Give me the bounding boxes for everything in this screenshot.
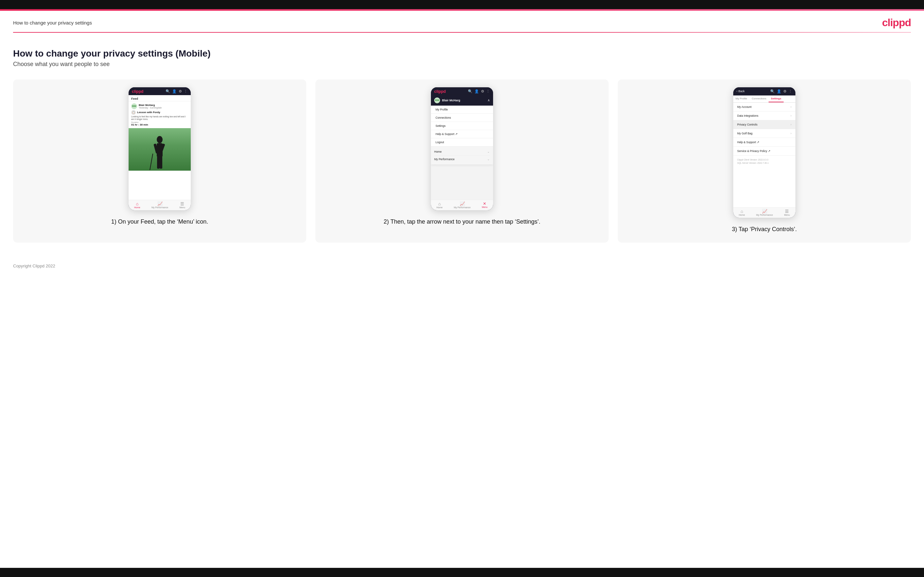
menu-item-settings[interactable]: Settings <box>431 122 493 130</box>
tab3-home[interactable]: ⌂ Home <box>739 209 745 216</box>
settings-back-bar: ‹ Back 🔍 👤 ⚙ ⋮ <box>733 87 795 95</box>
feed-user-info: Blair McHarg Yesterday · Sunningdale <box>139 104 162 109</box>
settings-item-privacy-policy[interactable]: Service & Privacy Policy ↗ <box>733 147 795 156</box>
page-subheading: Choose what you want people to see <box>13 61 911 68</box>
client-version: Clippd Client Version: 2022.8.3-3 <box>737 158 792 161</box>
bottom-bar <box>0 568 924 577</box>
phone-mockup-1: clippd 🔍 👤 ⚙ ⋮ Feed BM Blair Mc <box>129 87 191 210</box>
menu-icon: ☰ <box>180 202 184 206</box>
lesson-title: Lesson with Fordy <box>137 111 160 114</box>
phone1-body: Feed BM Blair McHarg Yesterday · Sunning… <box>129 95 191 200</box>
settings-item-privacy-controls[interactable]: Privacy Controls › <box>733 120 795 129</box>
dropdown-collapse-icon[interactable]: ∧ <box>488 98 490 102</box>
search-icon3: 🔍 <box>770 89 775 93</box>
footer: Copyright Clippd 2022 <box>0 256 924 276</box>
main-content: How to change your privacy settings (Mob… <box>0 33 924 256</box>
chevron-down-icon: ⌄ <box>487 150 490 153</box>
menu-item-help[interactable]: Help & Support ↗ <box>431 130 493 138</box>
tab-my-performance[interactable]: 📈 My Performance <box>152 202 168 209</box>
search-icon2: 🔍 <box>468 89 472 93</box>
svg-rect-5 <box>160 156 162 169</box>
step3-caption: 3) Tap ‘Privacy Controls’. <box>732 225 797 234</box>
my-account-label: My Account <box>737 105 751 108</box>
tab-menu[interactable]: ☰ Menu <box>179 202 185 209</box>
duration-value: 01 hr : 30 min <box>131 123 188 126</box>
phone1-header: clippd 🔍 👤 ⚙ ⋮ <box>129 87 191 95</box>
phone-mockup-2: clippd 🔍 👤 ⚙ ⋮ BM <box>431 87 493 210</box>
dots-icon3: ⋮ <box>788 89 792 93</box>
tab2-menu[interactable]: ✕ Menu <box>481 202 488 208</box>
settings-icon3: ⚙ <box>783 89 787 93</box>
phone1-tab-bar: ⌂ Home 📈 My Performance ☰ Menu <box>129 200 191 210</box>
dots-icon: ⋮ <box>184 89 187 93</box>
tab-menu-label: Menu <box>179 206 185 209</box>
menu-x-icon: ✕ <box>483 202 486 206</box>
settings-item-help-support[interactable]: Help & Support ↗ <box>733 138 795 147</box>
top-bar <box>0 0 924 9</box>
tab2-home-label: Home <box>436 206 443 209</box>
menu-connections-label: Connections <box>436 116 451 119</box>
dropdown-username: Blair McHarg <box>442 99 460 102</box>
person-icon3: 👤 <box>777 89 781 93</box>
menu-icon3: ☰ <box>785 209 789 213</box>
menu-item-my-profile[interactable]: My Profile <box>431 106 493 114</box>
tab2-menu-label: Menu <box>481 206 488 208</box>
tab-home[interactable]: ⌂ Home <box>134 202 141 209</box>
settings-item-my-golf-bag[interactable]: My Golf Bag › <box>733 129 795 138</box>
menu-item-logout[interactable]: Logout <box>431 138 493 147</box>
chevron-right-icon4: › <box>790 132 792 135</box>
person-icon2: 👤 <box>475 89 479 93</box>
settings-tab-settings[interactable]: Settings <box>769 95 783 102</box>
svg-rect-4 <box>157 156 160 169</box>
tab3-performance[interactable]: 📈 My Performance <box>756 209 773 216</box>
back-button[interactable]: ‹ Back <box>737 90 745 93</box>
tab3-menu[interactable]: ☰ Menu <box>784 209 790 216</box>
step-2-card: clippd 🔍 👤 ⚙ ⋮ BM <box>315 79 609 243</box>
menu-my-profile-label: My Profile <box>436 108 448 111</box>
settings-tab-my-profile[interactable]: My Profile <box>733 95 750 102</box>
menu-item-connections[interactable]: Connections <box>431 114 493 122</box>
phone1-icons: 🔍 👤 ⚙ ⋮ <box>166 89 187 93</box>
tab2-performance[interactable]: 📈 My Performance <box>454 202 470 209</box>
settings-item-my-account[interactable]: My Account › <box>733 103 795 111</box>
settings-tab-connections[interactable]: Connections <box>750 95 769 102</box>
privacy-controls-label: Privacy Controls <box>737 123 758 126</box>
menu-help-label: Help & Support ↗ <box>436 132 458 136</box>
chevron-down-icon2: ⌄ <box>487 158 490 161</box>
chevron-right-icon3: › <box>790 123 792 126</box>
settings-tabs: My Profile Connections Settings <box>733 95 795 103</box>
step1-caption: 1) On your Feed, tap the ‘Menu’ icon. <box>111 218 208 226</box>
phone2-tab-bar: ⌂ Home 📈 My Performance ✕ Menu <box>431 200 493 210</box>
steps-container: clippd 🔍 👤 ⚙ ⋮ Feed BM Blair Mc <box>13 79 911 243</box>
menu-logout-label: Logout <box>436 140 444 144</box>
phone3-icons: 🔍 👤 ⚙ ⋮ <box>770 89 792 93</box>
phone2-icons: 🔍 👤 ⚙ ⋮ <box>468 89 490 93</box>
page-heading: How to change your privacy settings (Mob… <box>13 48 911 59</box>
phone2-logo: clippd <box>434 89 446 94</box>
tab2-performance-label: My Performance <box>454 206 470 209</box>
home-icon: ⌂ <box>136 202 138 206</box>
section-my-performance[interactable]: My Performance ⌄ <box>434 156 490 163</box>
my-golf-bag-label: My Golf Bag <box>737 132 753 135</box>
tab2-home[interactable]: ⌂ Home <box>436 202 443 209</box>
step2-caption: 2) Then, tap the arrow next to your name… <box>384 218 541 226</box>
tab-performance-label: My Performance <box>152 206 168 209</box>
settings-item-data-integrations[interactable]: Data Integrations › <box>733 111 795 120</box>
chevron-right-icon2: › <box>790 114 792 118</box>
gql-version: GQL Server Version: 2022.7.30-1 <box>737 161 792 165</box>
dropdown-header: BM Blair McHarg ∧ <box>431 95 493 106</box>
home-icon2: ⌂ <box>438 202 441 206</box>
header: How to change your privacy settings clip… <box>0 11 924 32</box>
performance-icon3: 📈 <box>762 209 767 213</box>
privacy-policy-label: Service & Privacy Policy ↗ <box>737 149 771 153</box>
feed-post: BM Blair McHarg Yesterday · Sunningdale … <box>129 102 191 129</box>
section-home[interactable]: Home ⌄ <box>434 148 490 156</box>
lesson-icon: 📋 <box>131 110 136 115</box>
header-title: How to change your privacy settings <box>13 20 92 26</box>
dropdown-user-row: BM Blair McHarg <box>434 97 460 103</box>
phone3-body: My Account › Data Integrations › Privacy… <box>733 103 795 207</box>
dots-icon2: ⋮ <box>486 89 490 93</box>
logo: clippd <box>882 17 911 29</box>
settings-icon: ⚙ <box>179 89 182 93</box>
feed-lesson-row: 📋 Lesson with Fordy <box>131 110 188 115</box>
